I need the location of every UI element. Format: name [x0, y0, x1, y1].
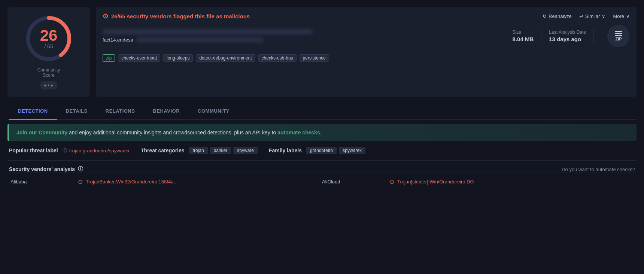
size-label: Size: [513, 30, 534, 35]
zip-icon-lines: [615, 31, 622, 36]
meta-divider-3: [593, 28, 594, 43]
badge-trojan[interactable]: trojan: [189, 147, 208, 154]
similar-button[interactable]: ⇌ Similar ∨: [579, 13, 606, 19]
date-value: 13 days ago: [549, 36, 586, 42]
more-label: More: [613, 13, 624, 19]
vendors-info-icon[interactable]: ⓘ: [78, 166, 83, 173]
vendors-title-text: Security vendors' analysis: [9, 166, 75, 172]
vendor-detection-alibaba: ⊙ TrojanBanker:Win32/Grandoreiro.158f4a.…: [78, 178, 322, 185]
bullet-icon: •: [48, 82, 50, 88]
popular-threat-name: trojan.grandoreiro/spywarex: [69, 148, 130, 153]
threat-categories-section: Threat categories trojan banker spyware: [141, 147, 258, 154]
tag-checks-user-input[interactable]: checks-user-input: [118, 54, 160, 62]
file-info-header: ⊙ 26/65 security vendors flagged this fi…: [103, 12, 630, 20]
file-name-blur: [136, 37, 264, 42]
similar-label: Similar: [585, 13, 600, 19]
file-hash-row: fact14.endesa Size 8.04 MB Last Analysis…: [103, 25, 630, 51]
header-actions: ↻ Reanalyze ⇌ Similar ∨ More ∨: [543, 13, 630, 19]
vendor-name-alicloud: AliCloud: [322, 179, 389, 185]
community-score-label: CommunityScore: [37, 67, 60, 78]
tag-detect-debug-environment[interactable]: detect-debug-environment: [196, 54, 255, 62]
badge-grandoreiro[interactable]: grandoreiro: [306, 147, 337, 154]
score-number: 26: [40, 28, 58, 43]
file-info-card: ⊙ 26/65 security vendors flagged this fi…: [96, 7, 637, 97]
more-chevron-icon: ∨: [626, 13, 630, 19]
main-container: 26 / 65 CommunityScore ◂ • ▸ ⊙ 26/65 sec…: [0, 0, 644, 203]
alert-circle-icon: ⊙: [103, 12, 108, 20]
tab-details[interactable]: DETAILS: [57, 103, 97, 120]
file-hash-full: [103, 29, 312, 34]
tab-behavior[interactable]: BEHAVIOR: [144, 103, 189, 120]
badge-spywarex[interactable]: spywarex: [339, 147, 365, 154]
popular-threat-label: Popular threat label: [9, 147, 58, 153]
similar-chevron-icon: ∨: [602, 13, 605, 19]
zip-line-3: [615, 35, 622, 36]
tab-relations[interactable]: RELATIONS: [97, 103, 144, 120]
tab-detection[interactable]: DETECTION: [9, 103, 57, 120]
threat-info-row: Popular threat label ⓘ trojan.grandoreir…: [7, 141, 637, 161]
vendors-title: Security vendors' analysis ⓘ: [9, 166, 83, 173]
top-section: 26 / 65 CommunityScore ◂ • ▸ ⊙ 26/65 sec…: [7, 7, 637, 97]
family-labels-badges: grandoreiro spywarex: [306, 147, 365, 154]
tag-long-sleeps[interactable]: long-sleeps: [163, 54, 193, 62]
file-size-item: Size 8.04 MB: [513, 30, 534, 42]
community-score-button[interactable]: ◂ • ▸: [40, 81, 58, 89]
tabs-bar: DETECTION DETAILS RELATIONS BEHAVIOR COM…: [7, 103, 637, 120]
threat-categories-label: Threat categories: [141, 147, 185, 153]
reanalyze-button[interactable]: ↻ Reanalyze: [543, 13, 571, 19]
detection-alert-icon-1: ⊙: [78, 178, 83, 185]
banner-middle-text: and enjoy additional community insights …: [67, 130, 277, 136]
zip-line-2: [615, 33, 622, 34]
meta-divider-1: [505, 28, 505, 43]
size-value: 8.04 MB: [513, 36, 534, 42]
family-labels-label: Family labels: [269, 147, 302, 153]
date-label: Last Analysis Date: [549, 30, 586, 35]
badge-banker[interactable]: banker: [210, 147, 231, 154]
vendor-name-alibaba: Alibaba: [10, 179, 78, 185]
popular-threat-info-icon: ⓘ: [63, 147, 67, 154]
vendors-automate-text: Do you want to automate checks?: [562, 167, 635, 172]
badge-spyware[interactable]: spyware: [233, 147, 258, 154]
vendor-detection-alicloud: ⊙ Trojan[stealer]:Win/Grandoreiro.DG: [389, 178, 634, 185]
detection-text-alicloud: Trojan[stealer]:Win/Grandoreiro.DG: [397, 179, 474, 185]
chevron-right-icon: ▸: [51, 82, 54, 88]
file-type-icon: ZIP: [607, 25, 630, 47]
tag-checks-usb-bus[interactable]: checks-usb-bus: [258, 54, 297, 62]
malicious-alert: ⊙ 26/65 security vendors flagged this fi…: [103, 12, 250, 20]
chevron-left-icon: ◂: [44, 82, 46, 88]
similar-icon: ⇌: [579, 13, 583, 19]
file-name-row: fact14.endesa: [103, 37, 497, 43]
detection-alert-icon-2: ⊙: [389, 178, 394, 185]
zip-line-1: [615, 31, 622, 32]
tab-community[interactable]: COMMUNITY: [189, 103, 239, 120]
detection-text-alibaba: TrojanBanker:Win32/Grandoreiro.158f4a...: [86, 179, 177, 185]
popular-threat-value: ⓘ trojan.grandoreiro/spywarex: [63, 147, 130, 154]
file-meta: Size 8.04 MB Last Analysis Date 13 days …: [497, 25, 630, 47]
automate-checks-link[interactable]: automate checks.: [277, 130, 322, 136]
malicious-alert-text: 26/65 security vendors flagged this file…: [111, 13, 250, 19]
score-total: / 65: [40, 43, 58, 49]
reanalyze-icon: ↻: [543, 13, 547, 19]
community-banner: Join our Community and enjoy additional …: [7, 124, 637, 141]
tag-zip[interactable]: zip: [103, 54, 115, 62]
join-community-link[interactable]: Join our Community: [16, 130, 67, 136]
file-date-item: Last Analysis Date 13 days ago: [549, 30, 586, 42]
vendor-row: Alibaba ⊙ TrojanBanker:Win32/Grandoreiro…: [9, 173, 635, 191]
score-card: 26 / 65 CommunityScore ◂ • ▸: [7, 7, 90, 97]
score-ring: 26 / 65: [24, 14, 73, 63]
file-name-prefix: fact14.endesa: [103, 37, 133, 43]
reanalyze-label: Reanalyze: [549, 13, 571, 19]
vendors-section: Security vendors' analysis ⓘ Do you want…: [7, 161, 637, 196]
score-text: 26 / 65: [40, 28, 58, 49]
tag-persistence[interactable]: persistence: [300, 54, 329, 62]
vendors-header: Security vendors' analysis ⓘ Do you want…: [9, 166, 635, 173]
file-type-label: ZIP: [615, 37, 622, 41]
meta-divider-2: [541, 28, 541, 43]
more-button[interactable]: More ∨: [613, 13, 630, 19]
popular-threat-section: Popular threat label ⓘ trojan.grandoreir…: [9, 147, 130, 154]
tags-row: zip checks-user-input long-sleeps detect…: [103, 54, 630, 62]
family-labels-section: Family labels grandoreiro spywarex: [269, 147, 365, 154]
threat-categories-badges: trojan banker spyware: [189, 147, 258, 154]
file-hash-main: fact14.endesa: [103, 29, 497, 43]
